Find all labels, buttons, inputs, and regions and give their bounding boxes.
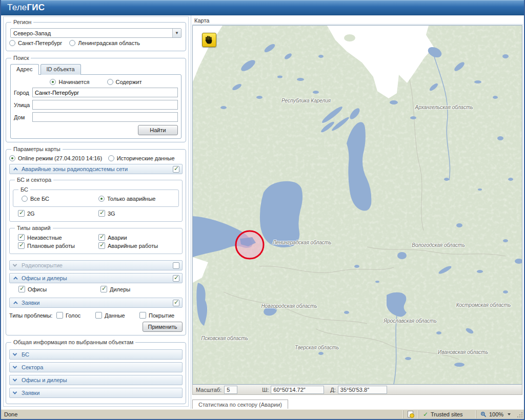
browser-status-bar: Done ✓ Trusted sites 100% xyxy=(1,409,524,419)
checkbox-emergency-works[interactable]: Аварийные работы xyxy=(98,242,179,249)
radio-historical-data[interactable]: Исторические данные xyxy=(108,155,175,161)
info-section-offices[interactable]: Офисы и дилеры xyxy=(9,375,183,385)
city-row: Город xyxy=(14,88,178,97)
region-panel-legend: Регион xyxy=(11,19,33,25)
apply-button[interactable]: Применить xyxy=(143,322,183,332)
bs-radio-row: Все БС Только аварийные xyxy=(16,196,175,202)
info-section-bs-title: БС xyxy=(22,351,179,358)
zoom-segment[interactable]: 100% xyxy=(476,410,516,418)
alert-zones-checkbox[interactable] xyxy=(173,166,179,173)
checkbox-unknown[interactable]: Неизвестные xyxy=(18,234,98,241)
requests-section-checkbox[interactable] xyxy=(173,300,179,306)
map-status-bar: Масштаб: Ш: Д: xyxy=(192,385,522,395)
section-requests-title: Заявки xyxy=(22,300,173,306)
radio-contains[interactable]: Содержит xyxy=(107,79,142,85)
checkbox-planned-works[interactable]: Плановые работы xyxy=(18,242,98,249)
checkbox-emergency-works-label: Аварийные работы xyxy=(108,243,158,249)
find-button-row: Найти xyxy=(14,125,178,135)
longitude-input[interactable] xyxy=(338,386,387,394)
bs-group: БС Все БС Только аварийные xyxy=(13,186,179,207)
map-panel-title: Карта xyxy=(192,16,523,25)
section-radio-coverage-header[interactable]: Радиопокрытие xyxy=(9,260,183,270)
chevron-down-icon xyxy=(13,390,17,394)
radio-spb[interactable]: Санкт-Петербург xyxy=(9,40,62,46)
tab-object-id[interactable]: ID объекта xyxy=(41,64,81,75)
map-canvas[interactable] xyxy=(193,26,522,385)
page-alert-icon xyxy=(408,411,413,417)
map-viewport[interactable]: Республика Карелия Архангельская область… xyxy=(192,25,522,385)
section-offices-header[interactable]: Офисы и дилеры xyxy=(9,273,183,283)
radio-online-mode[interactable]: Online режим (27.04.2010 14:16) xyxy=(9,155,108,161)
checkbox-dealers-label: Дилеры xyxy=(110,286,130,292)
scale-input[interactable] xyxy=(224,386,237,394)
radio-icon xyxy=(69,40,75,46)
radio-icon xyxy=(9,40,15,46)
checkbox-coverage[interactable]: Покрытие xyxy=(139,312,174,319)
bs-sectors-group: БС и сектора БС Все БС Только аварийные xyxy=(9,177,183,222)
checkbox-icon xyxy=(18,234,25,241)
radio-all-bs[interactable]: Все БС xyxy=(22,196,98,202)
checkbox-faults[interactable]: Аварии xyxy=(98,234,179,241)
info-section-sectors[interactable]: Сектора xyxy=(9,362,183,372)
offices-section-checkbox[interactable] xyxy=(173,275,179,282)
street-input[interactable] xyxy=(32,100,178,110)
checkbox-planned-works-label: Плановые работы xyxy=(27,243,75,249)
radio-icon xyxy=(108,155,114,161)
security-zone-segment[interactable]: ✓ Trusted sites xyxy=(418,410,476,418)
checkbox-icon xyxy=(98,242,105,249)
security-ok-icon: ✓ xyxy=(423,411,428,418)
street-row: Улица xyxy=(14,100,178,110)
city-input[interactable] xyxy=(32,88,178,97)
resize-grip[interactable] xyxy=(516,411,524,419)
status-page-segment xyxy=(403,410,418,418)
checkbox-3g[interactable]: 3G xyxy=(98,210,179,217)
radio-coverage-checkbox[interactable] xyxy=(173,262,179,269)
info-section-requests[interactable]: Заявки xyxy=(9,388,183,398)
info-section-requests-title: Заявки xyxy=(22,390,179,396)
map-label-tver: Тверская область xyxy=(295,345,339,350)
checkbox-offices[interactable]: Офисы xyxy=(18,286,100,292)
radio-contains-label: Содержит xyxy=(116,79,142,85)
chevron-down-icon[interactable] xyxy=(508,413,511,415)
checkbox-voice[interactable]: Голос xyxy=(56,312,95,319)
zoom-icon xyxy=(480,411,487,417)
region-panel: Регион Северо-Запад ▼ Санкт-Петербург Ле… xyxy=(6,19,186,51)
radio-starts-with-label: Начинается xyxy=(58,79,89,85)
checkbox-icon xyxy=(98,234,105,241)
checkbox-icon xyxy=(98,210,105,217)
section-alert-zones-header[interactable]: Аварийные зоны радиоподсистемы сети xyxy=(9,164,183,174)
section-requests-header[interactable]: Заявки xyxy=(9,298,183,308)
pan-tool-button[interactable] xyxy=(202,33,216,47)
fault-types-row-2: Плановые работы Аварийные работы xyxy=(13,242,179,249)
checkbox-dealers[interactable]: Дилеры xyxy=(100,286,183,292)
problem-types-label: Типы проблемы: xyxy=(9,312,56,319)
radio-spb-label: Санкт-Петербург xyxy=(18,40,62,46)
chevron-down-icon xyxy=(13,364,17,368)
find-button[interactable]: Найти xyxy=(138,125,178,135)
radio-only-faulty[interactable]: Только аварийные xyxy=(98,196,175,202)
radio-starts-with[interactable]: Начинается xyxy=(50,79,89,85)
chevron-down-icon xyxy=(13,377,17,381)
checkbox-icon xyxy=(18,242,25,249)
map-label-arkhangelsk: Архангельская область xyxy=(415,104,473,110)
checkbox-data[interactable]: Данные xyxy=(95,312,139,319)
radio-all-bs-label: Все БС xyxy=(30,196,49,202)
match-mode-row: Начинается Содержит xyxy=(14,79,178,85)
tab-address[interactable]: Адрес xyxy=(10,64,39,75)
checkbox-unknown-label: Неизвестные xyxy=(27,235,62,241)
offices-checkbox-row: Офисы Дилеры xyxy=(9,286,183,292)
region-dropdown[interactable]: Северо-Запад ▼ xyxy=(10,28,181,38)
city-label: Город xyxy=(14,90,32,96)
checkbox-2g[interactable]: 2G xyxy=(18,210,98,217)
region-dropdown-value: Северо-Запад xyxy=(13,30,172,36)
house-input[interactable] xyxy=(32,112,178,122)
chevron-down-icon[interactable]: ▼ xyxy=(172,29,181,37)
chevron-up-icon xyxy=(13,301,17,305)
problem-types-row: Типы проблемы: Голос Данные Покрытие xyxy=(9,312,183,319)
checkbox-icon xyxy=(56,312,63,319)
info-section-bs[interactable]: БС xyxy=(9,349,183,360)
radio-len-oblast[interactable]: Ленинградская область xyxy=(69,40,140,46)
checkbox-data-label: Данные xyxy=(105,312,125,319)
section-alert-zones-title: Аварийные зоны радиоподсистемы сети xyxy=(22,166,173,172)
latitude-input[interactable] xyxy=(271,386,324,394)
